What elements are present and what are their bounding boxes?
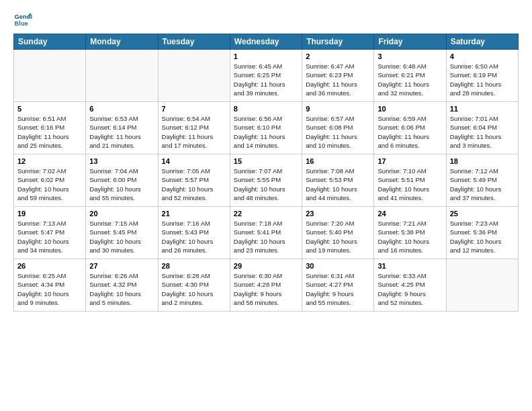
calendar-cell: 21Sunrise: 7:16 AM Sunset: 5:43 PM Dayli… [158,207,230,259]
calendar-header-friday: Friday [374,34,446,50]
cell-details: Sunrise: 6:31 AM Sunset: 4:27 PM Dayligh… [306,271,370,307]
calendar-cell: 8Sunrise: 6:56 AM Sunset: 6:10 PM Daylig… [230,102,302,154]
cell-details: Sunrise: 7:15 AM Sunset: 5:45 PM Dayligh… [89,219,154,255]
calendar-cell: 1Sunrise: 6:45 AM Sunset: 6:25 PM Daylig… [230,50,302,102]
day-number: 11 [450,105,515,113]
page-header: General Blue [13,11,519,30]
calendar-cell: 11Sunrise: 7:01 AM Sunset: 6:04 PM Dayli… [446,102,518,154]
calendar-cell: 3Sunrise: 6:48 AM Sunset: 6:21 PM Daylig… [374,50,446,102]
day-number: 17 [378,157,442,165]
cell-details: Sunrise: 7:10 AM Sunset: 5:51 PM Dayligh… [378,167,442,202]
day-number: 30 [306,262,370,270]
day-number: 15 [234,157,298,165]
calendar-week-4: 19Sunrise: 7:13 AM Sunset: 5:47 PM Dayli… [14,207,519,259]
day-number: 14 [162,157,226,165]
calendar-header-row: SundayMondayTuesdayWednesdayThursdayFrid… [14,34,519,50]
calendar-cell: 26Sunrise: 6:25 AM Sunset: 4:34 PM Dayli… [14,259,86,312]
calendar-cell: 5Sunrise: 6:51 AM Sunset: 6:16 PM Daylig… [14,102,86,154]
day-number: 24 [378,210,442,218]
cell-details: Sunrise: 7:04 AM Sunset: 6:00 PM Dayligh… [89,167,154,202]
calendar-header-saturday: Saturday [446,34,518,50]
calendar-cell: 4Sunrise: 6:50 AM Sunset: 6:19 PM Daylig… [446,50,518,102]
day-number: 18 [450,157,515,165]
calendar-cell: 27Sunrise: 6:26 AM Sunset: 4:32 PM Dayli… [86,259,158,312]
cell-details: Sunrise: 7:05 AM Sunset: 5:57 PM Dayligh… [162,167,226,202]
cell-details: Sunrise: 7:23 AM Sunset: 5:36 PM Dayligh… [450,219,515,255]
calendar-cell: 2Sunrise: 6:47 AM Sunset: 6:23 PM Daylig… [302,50,374,102]
calendar-cell: 30Sunrise: 6:31 AM Sunset: 4:27 PM Dayli… [302,259,374,312]
day-number: 20 [89,210,154,218]
calendar-cell: 10Sunrise: 6:59 AM Sunset: 6:06 PM Dayli… [374,102,446,154]
cell-details: Sunrise: 6:54 AM Sunset: 6:12 PM Dayligh… [162,114,226,150]
calendar-body: 1Sunrise: 6:45 AM Sunset: 6:25 PM Daylig… [14,50,519,312]
day-number: 10 [378,105,442,113]
day-number: 25 [450,210,515,218]
cell-details: Sunrise: 6:33 AM Sunset: 4:25 PM Dayligh… [378,271,442,307]
calendar-table: SundayMondayTuesdayWednesdayThursdayFrid… [13,34,519,312]
day-number: 12 [17,157,82,165]
cell-details: Sunrise: 6:26 AM Sunset: 4:32 PM Dayligh… [89,271,154,307]
cell-details: Sunrise: 7:01 AM Sunset: 6:04 PM Dayligh… [450,114,515,150]
calendar-cell: 23Sunrise: 7:20 AM Sunset: 5:40 PM Dayli… [302,207,374,259]
calendar-cell: 16Sunrise: 7:08 AM Sunset: 5:53 PM Dayli… [302,154,374,207]
day-number: 3 [378,52,442,60]
day-number: 22 [234,210,298,218]
day-number: 26 [17,262,82,270]
calendar-header-monday: Monday [86,34,158,50]
cell-details: Sunrise: 6:28 AM Sunset: 4:30 PM Dayligh… [162,271,226,307]
cell-details: Sunrise: 7:02 AM Sunset: 6:02 PM Dayligh… [17,167,82,202]
calendar-cell: 29Sunrise: 6:30 AM Sunset: 4:28 PM Dayli… [230,259,302,312]
calendar-header-thursday: Thursday [302,34,374,50]
day-number: 7 [162,105,226,113]
cell-details: Sunrise: 6:50 AM Sunset: 6:19 PM Dayligh… [450,62,515,97]
cell-details: Sunrise: 7:21 AM Sunset: 5:38 PM Dayligh… [378,219,442,255]
calendar-cell: 13Sunrise: 7:04 AM Sunset: 6:00 PM Dayli… [86,154,158,207]
calendar-cell: 18Sunrise: 7:12 AM Sunset: 5:49 PM Dayli… [446,154,518,207]
calendar-cell [86,50,158,102]
calendar-cell: 25Sunrise: 7:23 AM Sunset: 5:36 PM Dayli… [446,207,518,259]
cell-details: Sunrise: 7:12 AM Sunset: 5:49 PM Dayligh… [450,167,515,202]
cell-details: Sunrise: 7:16 AM Sunset: 5:43 PM Dayligh… [162,219,226,255]
cell-details: Sunrise: 7:13 AM Sunset: 5:47 PM Dayligh… [17,219,82,255]
day-number: 6 [89,105,154,113]
day-number: 23 [306,210,370,218]
day-number: 2 [306,52,370,60]
day-number: 4 [450,52,515,60]
calendar-cell: 14Sunrise: 7:05 AM Sunset: 5:57 PM Dayli… [158,154,230,207]
day-number: 31 [378,262,442,270]
calendar-cell: 28Sunrise: 6:28 AM Sunset: 4:30 PM Dayli… [158,259,230,312]
cell-details: Sunrise: 6:45 AM Sunset: 6:25 PM Dayligh… [234,62,298,97]
calendar-cell: 17Sunrise: 7:10 AM Sunset: 5:51 PM Dayli… [374,154,446,207]
cell-details: Sunrise: 6:56 AM Sunset: 6:10 PM Dayligh… [234,114,298,150]
calendar-cell [446,259,518,312]
cell-details: Sunrise: 6:53 AM Sunset: 6:14 PM Dayligh… [89,114,154,150]
calendar-cell: 24Sunrise: 7:21 AM Sunset: 5:38 PM Dayli… [374,207,446,259]
calendar-header-wednesday: Wednesday [230,34,302,50]
cell-details: Sunrise: 7:08 AM Sunset: 5:53 PM Dayligh… [306,167,370,202]
calendar-cell [158,50,230,102]
calendar-header-sunday: Sunday [14,34,86,50]
day-number: 1 [234,52,298,60]
calendar-cell: 15Sunrise: 7:07 AM Sunset: 5:55 PM Dayli… [230,154,302,207]
cell-details: Sunrise: 6:59 AM Sunset: 6:06 PM Dayligh… [378,114,442,150]
day-number: 29 [234,262,298,270]
calendar-cell: 9Sunrise: 6:57 AM Sunset: 6:08 PM Daylig… [302,102,374,154]
calendar-week-1: 1Sunrise: 6:45 AM Sunset: 6:25 PM Daylig… [14,50,519,102]
day-number: 9 [306,105,370,113]
calendar-week-5: 26Sunrise: 6:25 AM Sunset: 4:34 PM Dayli… [14,259,519,312]
day-number: 16 [306,157,370,165]
logo-icon: General Blue [13,11,32,30]
calendar-cell: 6Sunrise: 6:53 AM Sunset: 6:14 PM Daylig… [86,102,158,154]
cell-details: Sunrise: 6:51 AM Sunset: 6:16 PM Dayligh… [17,114,82,150]
cell-details: Sunrise: 7:20 AM Sunset: 5:40 PM Dayligh… [306,219,370,255]
cell-details: Sunrise: 6:48 AM Sunset: 6:21 PM Dayligh… [378,62,442,97]
calendar-cell: 19Sunrise: 7:13 AM Sunset: 5:47 PM Dayli… [14,207,86,259]
day-number: 8 [234,105,298,113]
cell-details: Sunrise: 6:30 AM Sunset: 4:28 PM Dayligh… [234,271,298,307]
cell-details: Sunrise: 7:18 AM Sunset: 5:41 PM Dayligh… [234,219,298,255]
day-number: 19 [17,210,82,218]
day-number: 21 [162,210,226,218]
cell-details: Sunrise: 7:07 AM Sunset: 5:55 PM Dayligh… [234,167,298,202]
day-number: 28 [162,262,226,270]
calendar-cell: 20Sunrise: 7:15 AM Sunset: 5:45 PM Dayli… [86,207,158,259]
